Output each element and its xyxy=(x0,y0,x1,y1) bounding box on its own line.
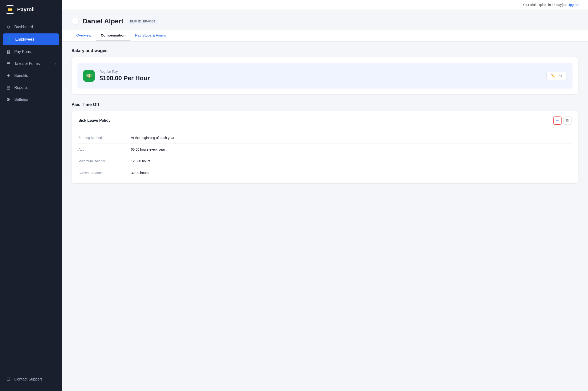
pto-fields: Earning Method At the beginning of each … xyxy=(72,130,578,183)
back-button[interactable]: ‹ xyxy=(71,18,79,25)
content-area: ‹ Daniel Alpert EMP. ID: EP-0004 Overvie… xyxy=(62,10,588,391)
salary-amount: $100.00 Per Hour xyxy=(99,75,542,82)
regular-pay-label: Regular Pay xyxy=(99,70,542,74)
upgrade-link[interactable]: Upgrade xyxy=(568,3,580,7)
tab-overview[interactable]: Overview xyxy=(71,30,96,41)
salary-section-title: Salary and wages xyxy=(71,48,579,53)
pto-policy-name: Sick Leave Policy xyxy=(78,118,110,123)
sidebar-item-label: Taxes & Forms xyxy=(14,62,40,66)
pto-value-earning-method: At the beginning of each year xyxy=(131,136,174,140)
sidebar-item-reports[interactable]: ▤ Reports xyxy=(0,82,62,94)
benefits-icon: ✦ xyxy=(6,73,11,78)
sidebar-item-label: Dashboard xyxy=(14,25,33,29)
pto-section-title: Paid Time Off xyxy=(71,102,579,107)
pencil-icon: ✏️ xyxy=(551,74,555,78)
sidebar-item-label: Pay Runs xyxy=(14,50,31,54)
pto-row-add: Add 60:00 hours every year xyxy=(78,144,572,155)
sidebar-item-employees[interactable]: 👤 Employees xyxy=(3,33,59,45)
salary-icon: 💵 xyxy=(83,70,95,82)
pto-key-earning-method: Earning Method xyxy=(78,136,131,140)
pto-row-earning-method: Earning Method At the beginning of each … xyxy=(78,132,572,144)
settings-icon: ⚙ xyxy=(6,97,11,102)
page-header: ‹ Daniel Alpert EMP. ID: EP-0004 xyxy=(71,17,579,25)
sidebar-item-dashboard[interactable]: ⊙ Dashboard xyxy=(0,21,62,33)
salary-info: Regular Pay $100.00 Per Hour xyxy=(99,70,542,82)
sidebar: 💳 Payroll ⊙ Dashboard 👤 Employees ▦ Pay … xyxy=(0,0,62,391)
pto-value-max-balance: 120:00 hours xyxy=(131,159,150,163)
pto-row-max-balance: Maximum Balance 120:00 hours xyxy=(78,155,572,167)
pto-key-add: Add xyxy=(78,148,131,151)
sidebar-item-taxes-forms[interactable]: ☰ Taxes & Forms › xyxy=(0,58,62,70)
pto-value-add: 60:00 hours every year xyxy=(131,148,165,151)
topbar: Your trial expires in 13 day(s). Upgrade xyxy=(62,0,588,10)
pto-key-current-balance: Current Balance xyxy=(78,171,131,175)
sidebar-item-benefits[interactable]: ✦ Benefits xyxy=(0,70,62,82)
pto-value-current-balance: 32:00 hours xyxy=(131,171,148,175)
dashboard-icon: ⊙ xyxy=(6,24,11,30)
sidebar-item-label: Contact Support xyxy=(14,377,42,382)
chevron-right-icon: › xyxy=(55,62,56,65)
contact-icon: ☐ xyxy=(6,377,11,382)
tab-compensation[interactable]: Compensation xyxy=(96,30,131,41)
delete-pto-button[interactable]: 🗑 xyxy=(563,116,572,125)
pto-row-current-balance: Current Balance 32:00 hours xyxy=(78,167,572,179)
sidebar-item-pay-runs[interactable]: ▦ Pay Runs xyxy=(0,46,62,58)
salary-section: Salary and wages 💵 Regular Pay $100.00 P… xyxy=(71,48,579,95)
salary-inner-card: 💵 Regular Pay $100.00 Per Hour ✏️ Edit xyxy=(77,63,573,89)
logo-icon: 💳 xyxy=(6,5,14,14)
app-name: Payroll xyxy=(17,6,35,13)
main-area: Your trial expires in 13 day(s). Upgrade… xyxy=(62,0,588,391)
sidebar-item-label: Benefits xyxy=(14,74,28,78)
sidebar-item-label: Reports xyxy=(14,86,28,90)
tabs-bar: Overview Compensation Pay Stubs & Forms xyxy=(62,30,588,42)
sidebar-item-label: Employees xyxy=(15,37,34,42)
employee-name: Daniel Alpert xyxy=(82,17,124,25)
edit-salary-button[interactable]: ✏️ Edit xyxy=(546,72,567,80)
sidebar-bottom: ☐ Contact Support xyxy=(0,372,62,391)
pto-section: Paid Time Off Sick Leave Policy ✏ 🗑 Earn… xyxy=(71,102,579,184)
reports-icon: ▤ xyxy=(6,85,11,90)
sidebar-item-contact-support[interactable]: ☐ Contact Support xyxy=(0,373,62,385)
pto-actions: ✏ 🗑 xyxy=(553,116,572,125)
taxes-icon: ☰ xyxy=(6,61,11,66)
app-logo: 💳 Payroll xyxy=(0,0,62,19)
sidebar-item-settings[interactable]: ⚙ Settings xyxy=(0,94,62,105)
sidebar-nav: ⊙ Dashboard 👤 Employees ▦ Pay Runs ☰ Tax… xyxy=(0,19,62,372)
sidebar-item-label: Settings xyxy=(14,98,28,102)
pay-runs-icon: ▦ xyxy=(6,49,11,54)
tab-pay-stubs[interactable]: Pay Stubs & Forms xyxy=(131,30,171,41)
trial-text: Your trial expires in 13 day(s). xyxy=(523,3,567,7)
salary-card: 💵 Regular Pay $100.00 Per Hour ✏️ Edit xyxy=(71,57,579,95)
pto-key-max-balance: Maximum Balance xyxy=(78,159,131,163)
pto-header: Sick Leave Policy ✏ 🗑 xyxy=(72,111,578,130)
emp-id-badge: EMP. ID: EP-0004 xyxy=(127,19,158,24)
pto-card: Sick Leave Policy ✏ 🗑 Earning Method At … xyxy=(71,111,579,184)
edit-pto-button[interactable]: ✏ xyxy=(553,116,562,125)
employees-icon: 👤 xyxy=(7,37,12,42)
